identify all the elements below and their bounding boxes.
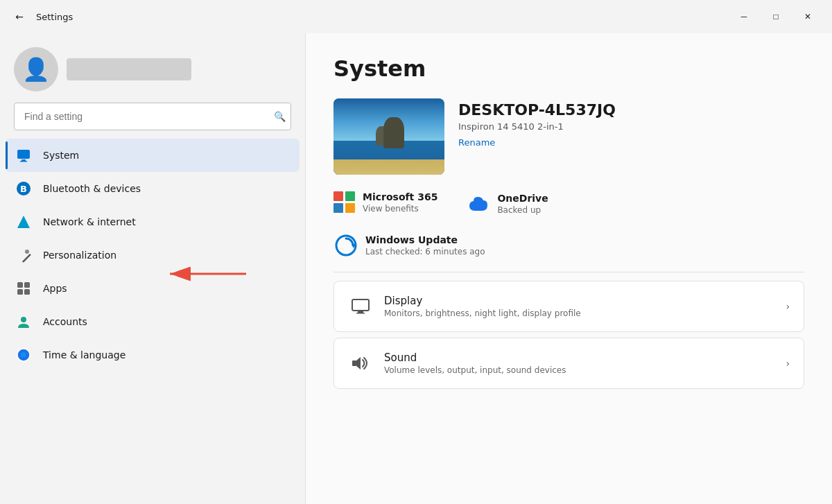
svg-rect-10 [17, 289, 23, 295]
bluetooth-icon: B [14, 179, 33, 198]
user-section: 👤 [0, 33, 305, 103]
device-card: DESKTOP-4L537JQ Inspiron 14 5410 2-in-1 … [333, 98, 804, 175]
system-icon [14, 146, 33, 165]
sidebar-item-network[interactable]: Network & internet [6, 205, 300, 238]
onedrive-text: OneDrive Backed up [497, 193, 548, 215]
svg-rect-21 [352, 360, 356, 366]
sidebar-item-personalization[interactable]: Personalization [6, 238, 300, 272]
onedrive-title: OneDrive [497, 193, 548, 204]
sound-card[interactable]: Sound Volume levels, output, input, soun… [333, 338, 804, 389]
svg-rect-2 [20, 161, 27, 162]
device-model: Inspiron 14 5410 2-in-1 [458, 121, 616, 132]
onedrive-icon [465, 191, 490, 216]
network-icon [14, 212, 33, 232]
sidebar-item-label-apps: Apps [43, 283, 67, 294]
quick-info-row: Microsoft 365 View benefits OneDrive [333, 191, 804, 216]
personalization-icon [14, 245, 33, 265]
sidebar-item-time[interactable]: 🌐 Time & language [6, 338, 300, 372]
device-name: DESKTOP-4L537JQ [458, 101, 616, 119]
svg-marker-22 [356, 357, 361, 370]
svg-rect-9 [24, 282, 30, 288]
accounts-icon [14, 312, 33, 331]
titlebar: ← Settings ─ □ ✕ [0, 0, 832, 33]
sidebar-item-label-bluetooth: Bluetooth & devices [43, 183, 141, 194]
svg-rect-0 [17, 150, 30, 159]
apps-icon [14, 279, 33, 298]
ms365-icon [333, 191, 356, 214]
maximize-button[interactable]: □ [760, 6, 792, 28]
search-input[interactable] [14, 103, 291, 130]
svg-point-7 [25, 250, 29, 254]
ms365-sub: View benefits [363, 204, 437, 214]
user-icon: 👤 [22, 56, 50, 82]
sidebar-item-label-time: Time & language [43, 349, 125, 360]
svg-rect-18 [352, 299, 369, 311]
sidebar-item-bluetooth[interactable]: B Bluetooth & devices [6, 172, 300, 205]
close-button[interactable]: ✕ [792, 6, 824, 28]
back-button[interactable]: ← [8, 6, 31, 28]
display-title: Display [384, 295, 774, 307]
svg-marker-5 [17, 216, 30, 228]
minimize-button[interactable]: ─ [728, 6, 760, 28]
rename-link[interactable]: Rename [458, 137, 616, 148]
search-box: 🔍 [14, 103, 291, 130]
windows-update-text: Windows Update Last checked: 6 minutes a… [365, 234, 485, 257]
onedrive-sub: Backed up [497, 205, 548, 215]
sound-card-text: Sound Volume levels, output, input, soun… [384, 351, 774, 375]
sound-chevron: › [786, 358, 790, 369]
windows-update-row[interactable]: Windows Update Last checked: 6 minutes a… [333, 233, 804, 258]
sound-title: Sound [384, 351, 774, 364]
time-icon: 🌐 [14, 345, 33, 365]
svg-point-12 [21, 317, 26, 322]
windows-update-sub: Last checked: 6 minutes ago [365, 247, 485, 257]
ms365-text: Microsoft 365 View benefits [363, 191, 437, 214]
svg-text:🌐: 🌐 [21, 352, 26, 358]
svg-rect-11 [24, 289, 30, 295]
main-content: System DESKTOP-4L537JQ Inspiron 14 5410 … [305, 33, 832, 504]
svg-rect-1 [21, 159, 26, 161]
display-chevron: › [786, 301, 790, 312]
device-info: DESKTOP-4L537JQ Inspiron 14 5410 2-in-1 … [458, 98, 616, 148]
nav-list: System B Bluetooth & devices [0, 139, 305, 504]
svg-text:B: B [20, 184, 27, 194]
display-card-text: Display Monitors, brightness, night ligh… [384, 295, 774, 318]
sidebar-item-label-personalization: Personalization [43, 250, 116, 261]
display-sub: Monitors, brightness, night light, displ… [384, 309, 774, 318]
window-title: Settings [36, 12, 73, 22]
ms365-title: Microsoft 365 [363, 191, 437, 202]
sidebar-item-label-accounts: Accounts [43, 316, 87, 327]
page-title: System [333, 55, 804, 82]
windows-update-item: Windows Update Last checked: 6 minutes a… [333, 233, 485, 258]
sidebar-item-label-network: Network & internet [43, 216, 136, 227]
windows-update-title: Windows Update [365, 234, 485, 245]
svg-rect-20 [356, 313, 365, 314]
device-image [333, 98, 444, 175]
sidebar-item-label-system: System [43, 150, 79, 161]
divider [333, 272, 804, 272]
window-controls: ─ □ ✕ [728, 6, 824, 28]
onedrive-item[interactable]: OneDrive Backed up [465, 191, 548, 216]
search-icon[interactable]: 🔍 [274, 111, 286, 122]
sidebar-item-accounts[interactable]: Accounts [6, 305, 300, 338]
display-card[interactable]: Display Monitors, brightness, night ligh… [333, 281, 804, 332]
sound-icon [348, 351, 373, 376]
sidebar-item-apps[interactable]: Apps [6, 272, 300, 305]
windows-update-icon [333, 233, 358, 258]
sidebar: 👤 🔍 [0, 33, 305, 504]
sidebar-item-system[interactable]: System [6, 139, 300, 172]
svg-rect-8 [17, 282, 23, 288]
sound-sub: Volume levels, output, input, sound devi… [384, 365, 774, 375]
display-icon [348, 294, 373, 319]
svg-rect-19 [358, 311, 363, 313]
username-placeholder [67, 58, 191, 80]
ms365-item[interactable]: Microsoft 365 View benefits [333, 191, 437, 214]
svg-rect-6 [22, 254, 31, 263]
avatar: 👤 [14, 47, 58, 92]
